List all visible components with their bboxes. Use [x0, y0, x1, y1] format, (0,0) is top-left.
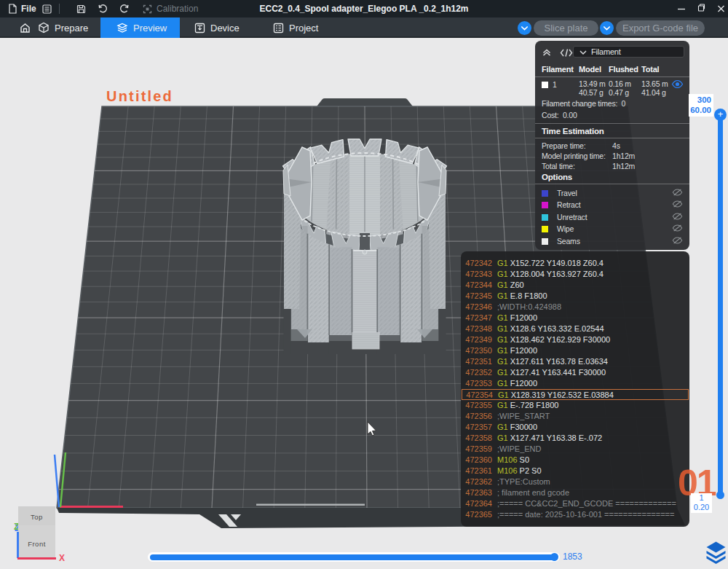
svg-text:X: X	[59, 553, 65, 563]
